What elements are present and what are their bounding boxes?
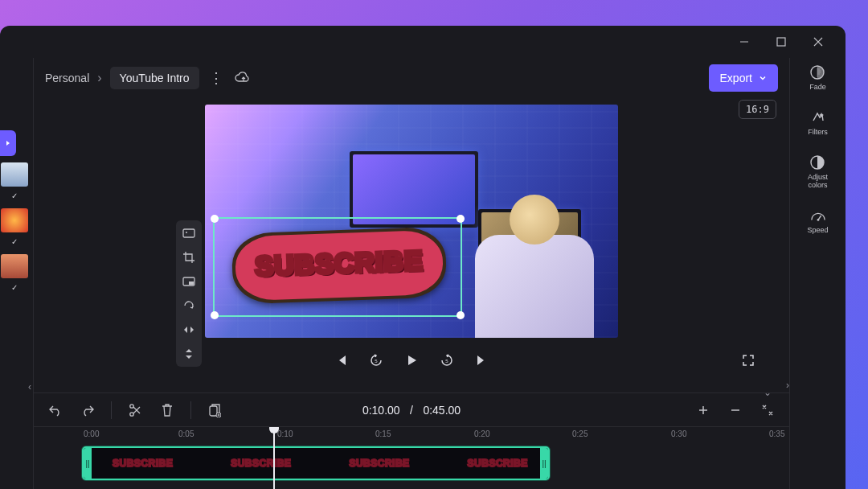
playhead-time: 0:10.00 / 0:45.00 [362, 404, 461, 417]
zoom-fit-icon[interactable] [757, 400, 778, 421]
check-icon: ✓ [11, 283, 18, 292]
cloud-sync-icon[interactable] [235, 72, 251, 84]
svg-rect-1 [183, 229, 194, 237]
breadcrumb-current[interactable]: YouTube Intro [110, 67, 199, 89]
redo-icon[interactable] [77, 400, 98, 421]
clip-preview-text: SUBSCRIBE [468, 458, 528, 469]
ruler-tick: 0:15 [375, 429, 391, 438]
ruler-tick: 0:10 [277, 429, 293, 438]
speed-icon [810, 208, 826, 224]
filters-button[interactable]: Filters [808, 109, 828, 137]
duplicate-icon[interactable] [204, 400, 225, 421]
minimize-button[interactable] [733, 31, 755, 53]
timeline-ruler[interactable]: 0:00 0:05 0:10 0:15 0:20 0:25 0:30 0:35 [34, 427, 789, 443]
editor-area: Personal › YouTube Intro ⋮ Export 16:9 [34, 58, 789, 489]
svg-point-13 [817, 219, 819, 221]
fade-icon [809, 64, 825, 80]
media-thumb[interactable] [1, 254, 28, 278]
close-button[interactable] [807, 31, 829, 53]
ruler-tick: 0:35 [769, 429, 784, 438]
subscribe-sticker[interactable]: SUBSCRIBE [231, 227, 448, 307]
chevron-down-icon[interactable]: ⌄ [764, 387, 772, 398]
app-window: ✓ ✓ ✓ ‹ Personal › YouTube Intro ⋮ Expor… [0, 26, 845, 489]
adjust-label: Adjust colors [808, 174, 828, 190]
flip-horizontal-icon[interactable] [181, 322, 197, 338]
zoom-out-icon[interactable] [725, 400, 746, 421]
chevron-right-icon: › [97, 71, 101, 85]
resize-handle[interactable] [211, 311, 219, 319]
resize-handle[interactable] [457, 215, 465, 223]
chevron-right-icon[interactable]: › [786, 380, 789, 391]
preview-canvas[interactable]: SUBSCRIBE [205, 105, 618, 338]
play-icon[interactable] [403, 351, 420, 369]
resize-handle[interactable] [211, 215, 219, 223]
svg-point-8 [130, 412, 133, 415]
time-total: 0:45.00 [423, 404, 461, 417]
speed-label: Speed [807, 227, 828, 235]
forward-icon[interactable]: 5 [438, 351, 456, 369]
ruler-tick: 0:05 [178, 429, 194, 438]
ruler-tick: 0:20 [474, 429, 489, 438]
adjust-colors-button[interactable]: Adjust colors [808, 154, 828, 190]
skip-start-icon[interactable] [332, 351, 350, 369]
export-label: Export [720, 72, 752, 84]
ruler-tick: 0:30 [671, 429, 686, 438]
filters-label: Filters [808, 129, 828, 137]
window-controls [0, 26, 845, 58]
svg-point-7 [130, 404, 133, 407]
undo-icon[interactable] [45, 400, 66, 421]
zoom-in-icon[interactable] [693, 400, 714, 421]
resize-handle[interactable] [457, 311, 465, 319]
sticker-text: SUBSCRIBE [230, 223, 449, 302]
check-icon: ✓ [11, 191, 18, 200]
properties-panel: Fade Filters Adjust colors Speed [789, 58, 845, 489]
ruler-tick: 0:25 [572, 429, 588, 438]
svg-rect-0 [777, 38, 785, 46]
header-bar: Personal › YouTube Intro ⋮ Export [34, 58, 789, 98]
media-thumb[interactable] [1, 162, 28, 187]
selection-box[interactable]: SUBSCRIBE [213, 217, 462, 317]
timeline-toolbar: ⌄ 0:10.00 / 0:45.00 [34, 392, 789, 426]
fade-label: Fade [809, 84, 826, 92]
timeline[interactable]: 0:00 0:05 0:10 0:15 0:20 0:25 0:30 0:35 … [34, 426, 789, 489]
timeline-clip[interactable]: || SUBSCRIBE SUBSCRIBE SUBSCRIBE SUBSCRI… [82, 446, 550, 480]
skip-end-icon[interactable] [473, 351, 491, 369]
aspect-ratio-selector[interactable]: 16:9 [739, 100, 776, 119]
fit-icon[interactable] [181, 225, 197, 241]
rewind-icon[interactable]: 5 [367, 351, 385, 369]
check-icon: ✓ [11, 237, 18, 246]
breadcrumb-root[interactable]: Personal [45, 72, 89, 84]
ruler-tick: 0:00 [84, 429, 99, 438]
timeline-track[interactable]: || SUBSCRIBE SUBSCRIBE SUBSCRIBE SUBSCRI… [34, 443, 789, 483]
maximize-button[interactable] [770, 31, 792, 53]
preview-region: 16:9 [34, 98, 789, 392]
svg-text:5: 5 [375, 359, 378, 364]
chevron-left-icon[interactable]: ‹ [28, 381, 31, 392]
clip-content: SUBSCRIBE SUBSCRIBE SUBSCRIBE SUBSCRIBE [92, 458, 540, 469]
clip-preview-text: SUBSCRIBE [231, 458, 291, 469]
media-thumbs: ✓ ✓ ✓ [0, 162, 29, 295]
split-icon[interactable] [125, 400, 145, 421]
svg-rect-4 [189, 281, 194, 285]
delete-icon[interactable] [157, 400, 178, 421]
speed-button[interactable]: Speed [807, 208, 828, 235]
svg-text:5: 5 [445, 359, 448, 364]
media-sidebar-collapsed: ✓ ✓ ✓ ‹ [0, 58, 34, 489]
media-thumb[interactable] [1, 208, 28, 232]
clip-handle-left[interactable]: || [84, 448, 92, 479]
clip-preview-text: SUBSCRIBE [349, 458, 409, 469]
playback-controls: 5 5 [34, 343, 789, 378]
rotate-icon[interactable] [181, 298, 197, 314]
main-row: ✓ ✓ ✓ ‹ Personal › YouTube Intro ⋮ Expor… [0, 58, 845, 489]
fade-button[interactable]: Fade [809, 64, 826, 92]
clip-handle-right[interactable]: || [540, 448, 548, 479]
fullscreen-icon[interactable] [739, 351, 757, 369]
export-button[interactable]: Export [709, 64, 778, 92]
clip-preview-text: SUBSCRIBE [113, 458, 173, 469]
sidebar-active-tab[interactable] [0, 130, 16, 156]
playhead[interactable] [273, 427, 275, 489]
kebab-menu-icon[interactable]: ⋮ [207, 68, 227, 88]
pip-icon[interactable] [181, 273, 197, 290]
svg-point-2 [186, 232, 187, 233]
crop-icon[interactable] [181, 249, 197, 265]
